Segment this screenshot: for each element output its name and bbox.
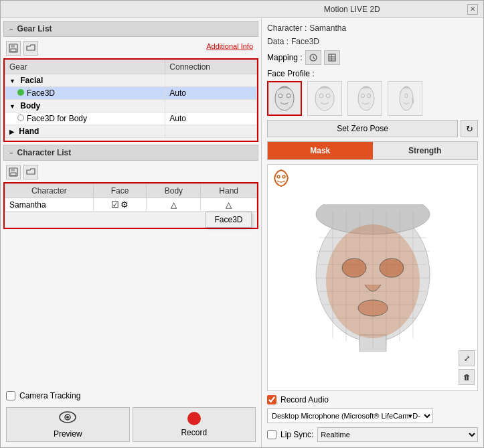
right-panel: Character : Samantha Data : Face3D Mappi… <box>262 18 483 447</box>
face3d-popup[interactable]: Face3D <box>206 212 251 228</box>
record-button[interactable]: Record <box>133 407 256 442</box>
content-area: – Gear List Additional Info Gear <box>1 18 483 447</box>
character-table: Character Face Body Hand Samantha ☑ <box>5 183 257 228</box>
lip-sync-checkbox[interactable] <box>267 430 276 439</box>
face-icon-front[interactable] <box>267 81 302 116</box>
face-profile-section: Face Profile : <box>267 69 478 116</box>
gear-folder-btn[interactable] <box>23 41 38 56</box>
face-mask-icon[interactable] <box>272 169 291 190</box>
svg-point-25 <box>277 175 280 178</box>
table-row[interactable]: Samantha ☑ ⚙ △ △ <box>5 198 257 212</box>
connection-cell: Auto <box>165 113 257 125</box>
audio-device-select[interactable]: Desktop Microphone (Microsoft® LifeCam▾D… <box>267 408 433 423</box>
face-icon-slight[interactable] <box>307 81 342 116</box>
tab-mask[interactable]: Mask <box>268 142 373 159</box>
collapse-icon[interactable]: ▶ <box>9 129 14 135</box>
svg-point-14 <box>275 86 294 110</box>
svg-rect-2 <box>11 49 16 52</box>
face-cell[interactable]: ☑ ⚙ <box>93 198 147 212</box>
face-checkbox[interactable]: ☑ <box>111 200 119 210</box>
body-cell[interactable]: △ <box>147 198 201 212</box>
collapse-icon[interactable]: ▼ <box>9 103 15 110</box>
eye-icon <box>59 411 76 427</box>
connection-cell <box>165 100 257 113</box>
additional-info-link[interactable]: Additional Info <box>204 41 256 56</box>
connection-cell <box>165 74 257 87</box>
svg-point-8 <box>66 416 69 419</box>
char-collapse-btn[interactable]: – <box>9 149 13 157</box>
char-save-btn[interactable] <box>6 165 21 179</box>
mapping-label: Mapping : <box>267 53 303 62</box>
connection-col-header: Connection <box>165 60 257 74</box>
face-wireframe <box>306 204 440 352</box>
camera-tracking-checkbox[interactable] <box>6 391 15 400</box>
camera-tracking-label: Camera Tracking <box>19 391 80 400</box>
gear-table: Gear Connection ▼ Facial <box>5 60 257 138</box>
status-dot <box>17 115 24 121</box>
table-row[interactable]: Face3D for Body Auto <box>5 113 257 125</box>
record-audio-checkbox[interactable] <box>267 395 276 404</box>
hand-cell[interactable]: △ <box>201 198 257 212</box>
character-section-label: Character List <box>17 148 72 157</box>
body-col-header: Body <box>147 184 201 198</box>
character-info-row: Character : Samantha <box>267 23 478 33</box>
data-value: Face3D <box>291 37 319 46</box>
mask-strength-tabs: Mask Strength <box>267 141 478 160</box>
delete-button[interactable]: 🗑 <box>459 369 475 385</box>
gear-save-btn[interactable] <box>6 41 21 56</box>
expand-button[interactable]: ⤢ <box>459 350 475 366</box>
record-audio-label: Record Audio <box>280 395 329 404</box>
table-row[interactable]: ▼ Facial <box>5 74 257 87</box>
gear-section-header: – Gear List <box>3 21 258 37</box>
refresh-button[interactable]: ↻ <box>461 120 478 137</box>
preview-label: Preview <box>54 429 82 439</box>
mapping-btn-1[interactable] <box>305 50 321 65</box>
mapping-row: Mapping : <box>267 50 478 65</box>
body-icon[interactable]: △ <box>171 200 177 210</box>
data-info-row: Data : Face3D <box>267 37 478 46</box>
face-col-header: Face <box>93 184 147 198</box>
char-col-header: Character <box>5 184 94 198</box>
svg-point-44 <box>326 224 420 338</box>
table-row[interactable]: ▶ Hand <box>5 125 257 138</box>
gear-col-header: Gear <box>5 60 165 74</box>
collapse-icon[interactable]: ▼ <box>9 78 15 84</box>
svg-point-23 <box>400 86 413 110</box>
character-label: Character : <box>267 23 307 33</box>
hand-col-header: Hand <box>201 184 257 198</box>
table-row[interactable]: Face3D Auto <box>5 87 257 100</box>
svg-point-47 <box>358 300 388 316</box>
lip-sync-row: Lip Sync: Realtime <box>267 427 478 442</box>
preview-button[interactable]: Preview <box>6 407 130 442</box>
connection-cell: Auto <box>165 87 257 100</box>
character-table-wrapper: Character Face Body Hand Samantha ☑ <box>3 182 258 229</box>
set-zero-button[interactable]: Set Zero Pose <box>267 120 458 137</box>
lip-sync-select[interactable]: Realtime <box>317 427 478 442</box>
record-icon <box>187 412 201 425</box>
gear-cell: ▶ Hand <box>5 125 165 138</box>
gear-cell: Face3D for Body <box>5 113 165 125</box>
svg-rect-1 <box>11 44 15 48</box>
gear-cell: ▼ Body <box>5 100 165 113</box>
svg-point-20 <box>358 86 374 110</box>
mapping-btn-2[interactable] <box>324 50 340 65</box>
char-toolbar <box>3 163 258 181</box>
svg-point-26 <box>283 175 285 178</box>
face-icon-profile[interactable] <box>388 81 422 116</box>
character-value: Samantha <box>309 23 346 33</box>
svg-rect-5 <box>11 173 16 175</box>
face-icon-three-quarter[interactable] <box>347 81 382 116</box>
camera-tracking-row: Camera Tracking <box>3 387 258 404</box>
record-audio-row: Record Audio <box>267 395 478 404</box>
hand-icon[interactable]: △ <box>226 200 232 210</box>
left-panel: – Gear List Additional Info Gear <box>1 18 262 447</box>
bottom-buttons: Preview Record <box>3 404 258 445</box>
svg-rect-10 <box>329 54 335 61</box>
gear-collapse-btn[interactable]: – <box>9 25 13 33</box>
tab-strength[interactable]: Strength <box>373 142 478 159</box>
table-row[interactable]: ▼ Body <box>5 100 257 113</box>
close-button[interactable]: ✕ <box>467 4 478 15</box>
face-profile-icons <box>267 81 478 116</box>
face-settings-icon[interactable]: ⚙ <box>120 200 129 210</box>
char-folder-btn[interactable] <box>23 165 38 179</box>
